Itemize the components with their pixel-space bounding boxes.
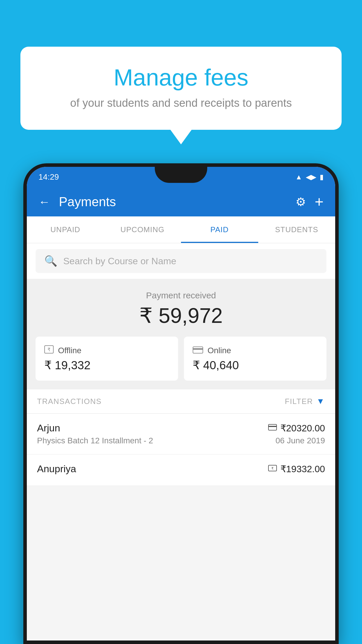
- payment-received-label: Payment received: [27, 290, 335, 300]
- status-time: 14:29: [38, 172, 59, 182]
- tab-students[interactable]: STUDENTS: [258, 216, 335, 243]
- online-label: Online: [208, 346, 231, 355]
- signal-icon: ◀▶: [306, 173, 316, 181]
- tab-upcoming[interactable]: UPCOMING: [104, 216, 181, 243]
- app-title: Payments: [59, 195, 287, 209]
- bubble-title: Manage fees: [35, 64, 327, 91]
- online-amount: ₹ 40,640: [193, 358, 318, 372]
- offline-icon: ₹: [44, 345, 54, 356]
- transaction-name-2: Anupriya: [37, 463, 76, 475]
- transaction-name-1: Arjun: [37, 422, 60, 434]
- transaction-row-1[interactable]: Arjun ₹20320.00 Physics Batch 12 Install…: [27, 414, 335, 454]
- search-bar[interactable]: 🔍 Search by Course or Name: [36, 249, 326, 273]
- add-icon[interactable]: +: [315, 193, 324, 211]
- transaction-amount-row-2: ₹ ₹19332.00: [268, 463, 325, 475]
- payment-mode-icon-1: [268, 424, 277, 433]
- svg-rect-4: [268, 424, 277, 430]
- payment-cards-row: ₹ Offline ₹ 19,332 Online: [27, 337, 335, 389]
- search-container: 🔍 Search by Course or Name: [27, 243, 335, 279]
- filter-icon: ▼: [317, 397, 325, 406]
- transaction-top-2: Anupriya ₹ ₹19332.00: [37, 463, 325, 475]
- payment-mode-icon-2: ₹: [268, 464, 277, 473]
- notch: [155, 167, 207, 183]
- app-bar: ← Payments ⚙ +: [27, 187, 335, 216]
- transaction-row-2[interactable]: Anupriya ₹ ₹19332.00: [27, 454, 335, 486]
- payment-received-amount: ₹ 59,972: [27, 303, 335, 328]
- app-bar-actions: ⚙ +: [296, 193, 324, 211]
- phone-frame: 14:29 ▲ ◀▶ ▮ ← Payments ⚙ + UNPAID UPCOM…: [23, 163, 339, 644]
- svg-text:₹: ₹: [48, 347, 50, 352]
- filter-button[interactable]: FILTER ▼: [285, 397, 325, 406]
- svg-text:₹: ₹: [271, 466, 274, 470]
- tabs-bar: UNPAID UPCOMING PAID STUDENTS: [27, 216, 335, 243]
- offline-label: Offline: [58, 346, 81, 355]
- tab-unpaid[interactable]: UNPAID: [27, 216, 104, 243]
- offline-card-header: ₹ Offline: [44, 345, 169, 356]
- wifi-icon: ▲: [295, 173, 302, 181]
- online-card-header: Online: [193, 345, 318, 356]
- offline-payment-card: ₹ Offline ₹ 19,332: [36, 337, 178, 381]
- offline-amount: ₹ 19,332: [44, 358, 169, 372]
- settings-icon[interactable]: ⚙: [296, 195, 306, 209]
- status-icons: ▲ ◀▶ ▮: [295, 173, 324, 181]
- svg-rect-2: [193, 347, 203, 353]
- tab-paid[interactable]: PAID: [181, 216, 258, 243]
- payment-received-section: Payment received ₹ 59,972: [27, 279, 335, 337]
- filter-label: FILTER: [285, 397, 313, 406]
- battery-icon: ▮: [320, 173, 324, 181]
- search-icon: 🔍: [44, 255, 57, 267]
- svg-rect-3: [193, 348, 203, 350]
- transactions-header: TRANSACTIONS FILTER ▼: [27, 389, 335, 414]
- status-bar: 14:29 ▲ ◀▶ ▮: [27, 167, 335, 187]
- transaction-top-1: Arjun ₹20320.00: [37, 422, 325, 434]
- back-button[interactable]: ←: [38, 195, 50, 209]
- transaction-amount-row-1: ₹20320.00: [268, 423, 325, 434]
- speech-bubble: Manage fees of your students and send re…: [20, 47, 342, 130]
- bubble-subtitle: of your students and send receipts to pa…: [35, 97, 327, 109]
- online-payment-card: Online ₹ 40,640: [184, 337, 326, 381]
- search-placeholder: Search by Course or Name: [63, 256, 176, 267]
- transaction-amount-1: ₹20320.00: [280, 423, 325, 434]
- transaction-bottom-1: Physics Batch 12 Installment - 2 06 June…: [37, 436, 325, 445]
- online-icon: [193, 345, 203, 356]
- transaction-amount-2: ₹19332.00: [280, 463, 325, 475]
- transaction-course-1: Physics Batch 12 Installment - 2: [37, 436, 153, 445]
- svg-rect-5: [268, 426, 277, 427]
- transaction-date-1: 06 June 2019: [275, 436, 325, 445]
- transactions-label: TRANSACTIONS: [37, 397, 102, 406]
- phone-screen: 14:29 ▲ ◀▶ ▮ ← Payments ⚙ + UNPAID UPCOM…: [27, 167, 335, 640]
